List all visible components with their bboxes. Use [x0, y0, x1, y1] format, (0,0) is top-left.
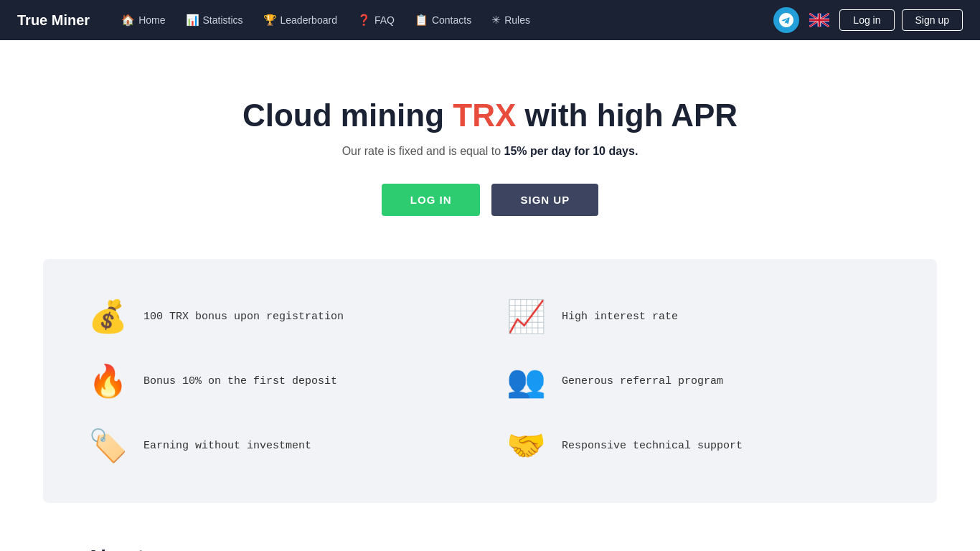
- contacts-icon: 📋: [415, 14, 428, 27]
- feature-icon-support: 🤝: [504, 424, 547, 467]
- feature-icon-free-earning: 🏷️: [86, 424, 129, 467]
- nav-link-faq[interactable]: ❓FAQ: [349, 8, 403, 32]
- hero-login-button[interactable]: LOG IN: [382, 184, 481, 216]
- language-flag[interactable]: [806, 7, 832, 33]
- feature-icon-first-deposit: 🔥: [86, 359, 129, 402]
- feature-text-free-earning: Earning without investment: [143, 440, 311, 452]
- feature-text-referral: Generous referral program: [562, 375, 723, 387]
- feature-free-earning: 🏷️ Earning without investment: [86, 424, 476, 467]
- signup-button[interactable]: Sign up: [902, 9, 963, 31]
- feature-icon-bonus-reg: 💰: [86, 295, 129, 338]
- nav-link-label-leaderboard: Leaderboard: [281, 14, 337, 26]
- feature-support: 🤝 Responsive technical support: [504, 424, 894, 467]
- feature-icon-referral: 👥: [504, 359, 547, 402]
- hero-title-prefix: Cloud mining: [242, 98, 453, 133]
- about-section: About us We are mining such a popular cr…: [0, 503, 980, 551]
- telegram-icon[interactable]: [773, 7, 799, 33]
- nav-link-contacts[interactable]: 📋Contacts: [406, 8, 480, 32]
- hero-signup-button[interactable]: SIGN UP: [491, 184, 598, 216]
- feature-text-first-deposit: Bonus 10% on the first deposit: [143, 375, 337, 387]
- brand: True Miner: [17, 12, 90, 29]
- nav-link-label-rules: Rules: [504, 14, 530, 26]
- feature-text-bonus-reg: 100 TRX bonus upon registration: [143, 311, 344, 323]
- feature-high-interest: 📈 High interest rate: [504, 295, 894, 338]
- leaderboard-icon: 🏆: [263, 14, 277, 27]
- nav-link-label-faq: FAQ: [374, 14, 395, 26]
- nav-link-rules[interactable]: ✳Rules: [483, 8, 539, 32]
- feature-first-deposit: 🔥 Bonus 10% on the first deposit: [86, 359, 476, 402]
- navbar: True Miner 🏠Home📊Statistics🏆Leaderboard❓…: [0, 0, 980, 40]
- feature-text-high-interest: High interest rate: [562, 311, 678, 323]
- hero-subtitle-bold: 15% per day for 10 days.: [504, 145, 639, 157]
- features-section: 💰 100 TRX bonus upon registration 📈 High…: [43, 259, 937, 503]
- nav-link-statistics[interactable]: 📊Statistics: [177, 8, 252, 32]
- nav-link-label-statistics: Statistics: [203, 14, 243, 26]
- hero-section: Cloud mining TRX with high APR Our rate …: [0, 40, 980, 259]
- hero-title-suffix: with high APR: [516, 98, 738, 133]
- feature-text-support: Responsive technical support: [562, 440, 743, 452]
- hero-buttons: LOG IN SIGN UP: [17, 184, 963, 216]
- hero-subtitle-prefix: Our rate is fixed and is equal to: [342, 145, 504, 157]
- rules-icon: ✳: [491, 14, 501, 27]
- hero-title-highlight: TRX: [453, 98, 516, 133]
- about-title: About us: [86, 546, 894, 551]
- nav-link-home[interactable]: 🏠Home: [113, 8, 174, 32]
- nav-link-label-home: Home: [138, 14, 165, 26]
- nav-right: Log in Sign up: [773, 7, 963, 33]
- feature-bonus-reg: 💰 100 TRX bonus upon registration: [86, 295, 476, 338]
- statistics-icon: 📊: [186, 14, 199, 27]
- login-button[interactable]: Log in: [839, 9, 894, 31]
- hero-title: Cloud mining TRX with high APR: [17, 98, 963, 133]
- home-icon: 🏠: [121, 14, 135, 27]
- faq-icon: ❓: [357, 14, 371, 27]
- nav-link-label-contacts: Contacts: [432, 14, 471, 26]
- hero-subtitle: Our rate is fixed and is equal to 15% pe…: [17, 145, 963, 158]
- feature-icon-high-interest: 📈: [504, 295, 547, 338]
- nav-links: 🏠Home📊Statistics🏆Leaderboard❓FAQ📋Contact…: [113, 8, 773, 32]
- nav-link-leaderboard[interactable]: 🏆Leaderboard: [255, 8, 346, 32]
- feature-referral: 👥 Generous referral program: [504, 359, 894, 402]
